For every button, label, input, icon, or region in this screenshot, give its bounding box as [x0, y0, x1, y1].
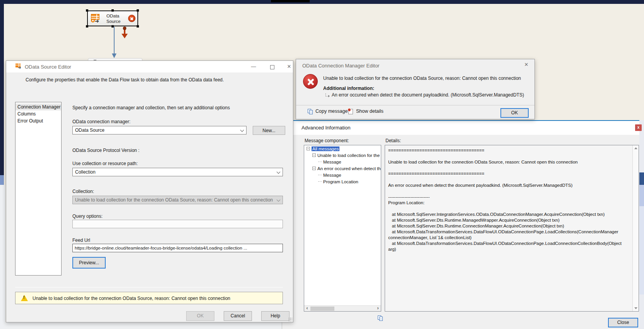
nav-item-connection-manager[interactable]: Connection Manager: [15, 103, 61, 110]
warning-text: Unable to load collection for the connec…: [33, 296, 230, 301]
collection-or-resource-combobox[interactable]: Collection: [72, 168, 283, 176]
details-vertical-scrollbar[interactable]: [632, 145, 639, 311]
close-icon[interactable]: ✕: [523, 61, 530, 68]
selection-handle[interactable]: [86, 25, 88, 28]
tree-item-label: Unable to load collection for the: [317, 153, 380, 158]
details-line: [388, 177, 628, 183]
minimize-icon[interactable]: —: [250, 63, 257, 70]
details-line: at Microsoft.DataTransformationServices.…: [388, 241, 628, 252]
details-line: [388, 206, 628, 212]
advanced-information-panel: Advanced Information x Message component…: [282, 120, 639, 329]
use-collection-label: Use collection or resource path:: [72, 161, 138, 166]
editor-description: Configure the properties that enable the…: [26, 77, 277, 83]
resize-grip[interactable]: [288, 317, 292, 321]
odata-source-icon: ➜: [91, 14, 102, 24]
show-details-button[interactable]: Show details: [356, 109, 384, 114]
right-scrollbar-thumb-light[interactable]: [639, 185, 644, 206]
editor-nav-list: Connection ManagerColumnsError Output: [15, 102, 62, 276]
scrollbar-thumb[interactable]: [310, 307, 334, 311]
error-dialog-title: OData Connection Manager Editor: [302, 63, 379, 69]
details-line: ----------------------------: [388, 194, 628, 200]
feed-url-label: Feed Url: [72, 238, 90, 243]
new-button[interactable]: New...: [253, 126, 285, 135]
tree-expander-icon[interactable]: −: [312, 153, 316, 157]
details-box[interactable]: =====================================Una…: [385, 145, 639, 312]
details-line: [388, 188, 628, 194]
copy-icon[interactable]: [378, 315, 384, 321]
top-bar-black-segment: [271, 0, 310, 2]
details-line: Unable to load collection for the connec…: [388, 159, 628, 165]
cancel-button[interactable]: Cancel: [224, 311, 252, 321]
close-button[interactable]: Close: [608, 318, 638, 327]
protocol-version-label: OData Source Protocol Version :: [72, 148, 139, 153]
window-top-bar: [0, 0, 644, 4]
details-line: [388, 165, 628, 171]
tree-row[interactable]: Program Location: [304, 178, 381, 185]
details-line: at Microsoft.SqlServer.IntegrationServic…: [388, 212, 628, 217]
ok-button[interactable]: OK: [186, 311, 214, 321]
tree-expander-icon[interactable]: −: [307, 147, 310, 150]
tree-row[interactable]: Message: [304, 172, 381, 178]
warning-banner: ! Unable to load collection for the conn…: [15, 292, 283, 304]
details-line: at Microsoft.DataTransformationServices.…: [388, 229, 628, 241]
feed-url-input[interactable]: [72, 244, 283, 252]
tree-connector-line: [318, 162, 322, 162]
tree-item-label: Message: [323, 173, 341, 177]
message-component-label: Message component:: [305, 138, 349, 143]
details-line: at Microsoft.SqlServer.Dts.Runtime.Manag…: [388, 217, 628, 223]
right-scrollbar-track[interactable]: [639, 206, 644, 295]
additional-information-label: Additional information:: [323, 86, 374, 91]
selection-handle[interactable]: [86, 9, 88, 12]
component-label: OData Source: [106, 13, 120, 24]
selection-handle[interactable]: [111, 9, 114, 12]
connection-manager-label: OData connection manager:: [72, 119, 130, 124]
ok-button[interactable]: OK: [500, 108, 529, 118]
right-scrollbar-thumb-dark[interactable]: [639, 172, 644, 185]
tree-expander-icon[interactable]: −: [312, 167, 316, 170]
odata-editor-icon: ➜: [15, 64, 22, 70]
nav-item-columns[interactable]: Columns: [15, 110, 61, 117]
scroll-up-icon[interactable]: [634, 147, 637, 149]
tree-item-label: An error occured when detect th: [317, 166, 381, 171]
divider: [15, 287, 283, 288]
tree-horizontal-scrollbar[interactable]: ‹ ›: [304, 305, 381, 311]
show-details-icon: [348, 109, 353, 114]
tree-row[interactable]: −An error occured when detect th: [304, 165, 381, 172]
chevron-down-icon: [240, 128, 244, 132]
odata-source-component[interactable]: ➜ OData Source: [87, 10, 138, 26]
details-line: [388, 153, 628, 159]
preview-button[interactable]: Preview...: [72, 257, 106, 269]
tree-connector-line: [318, 175, 322, 175]
odata-source-editor-dialog: ➜ OData Source Editor — ✕ Configure the …: [6, 60, 293, 322]
details-line: =====================================: [388, 171, 628, 177]
help-button[interactable]: Help: [261, 311, 289, 321]
scroll-right-icon[interactable]: ›: [375, 306, 381, 311]
maximize-icon[interactable]: [270, 65, 274, 69]
scroll-down-icon[interactable]: [634, 307, 637, 309]
advanced-panel-title: Advanced Information: [301, 125, 350, 131]
editor-title-bar[interactable]: ➜ OData Source Editor — ✕: [6, 61, 293, 72]
selection-handle[interactable]: [137, 25, 139, 28]
details-label: Details:: [385, 138, 401, 143]
advanced-panel-close-icon[interactable]: x: [635, 124, 642, 131]
message-component-tree[interactable]: −All messages−Unable to load collection …: [304, 145, 381, 312]
nav-item-error-output[interactable]: Error Output: [15, 117, 61, 124]
chevron-down-icon: [277, 170, 281, 174]
details-line: at Microsoft.SqlServer.Dts.Runtime.Conne…: [388, 223, 628, 229]
error-message: Unable to load collection for the connec…: [323, 76, 524, 81]
close-icon[interactable]: ✕: [286, 63, 293, 70]
tree-row[interactable]: −Unable to load collection for the: [304, 152, 381, 158]
selection-handle[interactable]: [137, 9, 139, 12]
selection-handle[interactable]: [111, 25, 114, 28]
tree-row[interactable]: Message: [304, 158, 381, 165]
copy-message-button[interactable]: Copy message: [315, 109, 348, 114]
chevron-down-icon: [277, 198, 281, 202]
query-options-input[interactable]: [72, 220, 283, 228]
component-error-icon: [128, 15, 135, 22]
tree-row[interactable]: −All messages: [304, 145, 381, 152]
details-text: =====================================Una…: [388, 148, 628, 252]
scroll-left-icon[interactable]: ‹: [304, 306, 310, 311]
copy-message-icon: [308, 109, 313, 115]
tree-item-label: All messages: [312, 146, 339, 151]
connection-manager-combobox[interactable]: OData Source: [72, 126, 247, 134]
